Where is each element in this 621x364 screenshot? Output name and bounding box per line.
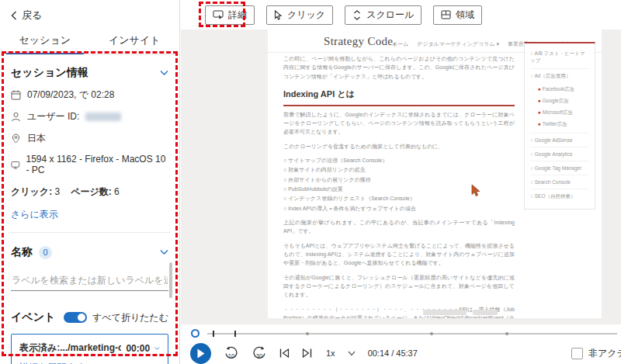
- pages-label: ページ数:: [71, 186, 112, 197]
- timeline-scrubber[interactable]: [191, 328, 617, 339]
- events-header: イベント すべて折りたたむ: [11, 310, 168, 324]
- player-controls: 10 30 1x 00:14 / 45:37: [190, 342, 621, 364]
- chevron-down-icon: [348, 351, 356, 356]
- area-button-label: 領域: [456, 9, 474, 22]
- scroll-mode-button[interactable]: スクロール: [345, 5, 422, 25]
- skip-back-10-icon: 10: [224, 346, 239, 361]
- category-google-ads[interactable]: Google広告: [530, 95, 589, 107]
- category-facebook-ads[interactable]: Facebook広告: [530, 84, 589, 95]
- user-id-redacted-value: [85, 113, 121, 121]
- skip-inactive-checkbox[interactable]: [571, 348, 583, 359]
- location-pin-icon: [11, 133, 21, 144]
- label-search-input[interactable]: [11, 269, 168, 291]
- collapse-all-toggle[interactable]: [64, 312, 87, 323]
- event-group-time: 00:00: [126, 343, 150, 354]
- session-info-header: セッション情報: [11, 66, 168, 80]
- collapse-session-info-button[interactable]: [160, 70, 168, 76]
- clicks-value: 3: [54, 186, 60, 197]
- article-list-item: ○ Index APIの導入＝条件を満たすウェブサイトの場合: [283, 204, 515, 213]
- chevron-down-icon[interactable]: [154, 345, 160, 352]
- category-ad[interactable]: Ad（広告運用）: [530, 69, 589, 84]
- article-paragraph: そもそもAPIとは、ウェブアプリやシステム同士を繋げることによって、機能性を拡張…: [283, 241, 515, 268]
- session-datetime: 07/09/2023, で 02:28: [27, 88, 114, 102]
- clarity-session-replay-app: 戻る セッション インサイト セッション情報 07/09/2023, で 02:…: [0, 0, 621, 364]
- category-analytics[interactable]: Google Analytics: [530, 147, 589, 161]
- session-sidebar: 戻る セッション インサイト セッション情報 07/09/2023, で 02:…: [0, 0, 180, 364]
- click-button-label: クリック: [287, 9, 325, 22]
- scrubber-handle[interactable]: [191, 329, 199, 338]
- clicks-label: クリック:: [11, 186, 52, 197]
- pages-value: 6: [114, 186, 120, 197]
- timeline-event-tick: [234, 331, 236, 337]
- article-list-item: ○ 外部サイトからの被リンクの獲得: [283, 175, 515, 184]
- collapse-all-wrap: すべて折りたたむ: [64, 311, 168, 324]
- speed-dropdown-button[interactable]: [348, 351, 356, 356]
- timeline-page-dot: [306, 332, 309, 335]
- collapse-labels-button[interactable]: [160, 249, 168, 255]
- page-footer-element: [423, 310, 467, 315]
- play-button[interactable]: [190, 343, 211, 364]
- previous-page-button[interactable]: [279, 348, 290, 358]
- back-button[interactable]: 戻る: [0, 0, 179, 27]
- replayed-webpage: Strategy Code. ホーム デジタルマーケティングコラム ▾ 事業所案…: [268, 29, 602, 318]
- timeline-page-dot: [505, 332, 508, 335]
- article-list-item: ○ サイトマップの送信（Search Console）: [283, 156, 515, 165]
- chevron-left-icon: [11, 11, 17, 20]
- category-ab-test[interactable]: A/B テスト・ヒートマップ: [530, 47, 589, 69]
- nav-item-home[interactable]: ホーム: [392, 40, 408, 48]
- category-microsoft-ads[interactable]: Microsoft広告: [530, 107, 589, 119]
- tab-insight[interactable]: インサイト: [90, 29, 180, 54]
- scroll-arrows-icon: [352, 10, 362, 20]
- category-ad-group: Ad（広告運用） Facebook広告 Google広告 Microsoft広告…: [530, 69, 589, 133]
- article-intro: この時に、ページ間を移動しながら、これらのページおよびその他のコンテンツで見つけ…: [283, 54, 515, 81]
- category-twitter-ads[interactable]: Twitter広告: [530, 119, 589, 130]
- category-gtm[interactable]: Google Tag Manager: [530, 161, 589, 175]
- click-mode-button[interactable]: クリック: [266, 5, 333, 25]
- webpage-category-sidebar: A/B テスト・ヒートマップ Ad（広告運用） Facebook広告 Googl…: [524, 42, 595, 210]
- skip-forward-30-icon: 30: [252, 346, 267, 361]
- labels-header: 名称 0: [11, 245, 168, 259]
- tab-session[interactable]: セッション: [0, 29, 90, 54]
- category-search-console[interactable]: Search Console: [530, 175, 589, 189]
- labels-title: 名称: [11, 245, 33, 259]
- area-mode-button[interactable]: 領域: [433, 5, 482, 25]
- device-row: 1594 x 1162 - Firefox - MacOS 10 - PC: [11, 154, 168, 175]
- scroll-button-label: スクロール: [366, 9, 414, 22]
- detail-screen-icon: [213, 10, 224, 19]
- session-country: 日本: [27, 132, 46, 145]
- timeline-page-dot: [430, 332, 433, 335]
- toggle-knob: [78, 314, 85, 321]
- skip-back-10-button[interactable]: 10: [224, 346, 239, 361]
- recorded-mouse-cursor-icon: [471, 185, 480, 197]
- nav-item-column[interactable]: デジタルマーケティングコラム ▾: [417, 40, 499, 48]
- skip-forward-30-button[interactable]: 30: [252, 346, 267, 361]
- show-more-link[interactable]: さらに表示: [11, 208, 168, 221]
- playback-speed-value[interactable]: 1x: [326, 348, 335, 358]
- sidebar-scrollbar[interactable]: [169, 262, 172, 298]
- country-row: 日本: [11, 132, 168, 145]
- timeline-event-tick: [213, 331, 214, 337]
- labels-count-badge: 0: [39, 246, 52, 259]
- section-divider: [9, 232, 170, 233]
- detail-mode-button[interactable]: 詳細: [205, 5, 255, 25]
- timeline-track[interactable]: [207, 333, 617, 335]
- next-page-button[interactable]: [302, 348, 312, 358]
- events-title: イベント: [11, 310, 55, 324]
- category-adsense[interactable]: Google AdSense: [530, 133, 589, 147]
- event-group-card[interactable]: 表示済み:.../marketing-colum/seo/in... 00:00…: [11, 334, 168, 364]
- page-footer-element: [473, 310, 498, 315]
- replay-stage: Strategy Code. ホーム デジタルマーケティングコラム ▾ 事業所案…: [181, 29, 621, 324]
- webpage-logo: Strategy Code.: [324, 35, 396, 48]
- expand-details-link[interactable]: 詳細を展開する: [19, 361, 160, 364]
- pages-stat: ページ数: 6: [71, 185, 120, 199]
- category-seo[interactable]: SEO（自然検索）: [530, 189, 589, 204]
- session-info-title: セッション情報: [11, 66, 88, 80]
- calendar-icon: [11, 90, 21, 100]
- article-paragraph: その通知がGoogleに届くと、フレッシュクロール（更新頻度の高いサイトなどを優…: [283, 273, 515, 300]
- article-paragraph: 前章で解説したように、Googleのインデックスに登録されるまでには、クローラー…: [283, 110, 515, 137]
- skip-inactive-control: 非アクティブを: [571, 347, 621, 360]
- event-group-header: 表示済み:.../marketing-colum/seo/in... 00:00: [19, 341, 160, 355]
- next-icon: [302, 348, 312, 358]
- session-date-row: 07/09/2023, で 02:28: [11, 88, 168, 102]
- article-list-item: ○ 対象サイトの内部リンクの拡充: [283, 165, 515, 174]
